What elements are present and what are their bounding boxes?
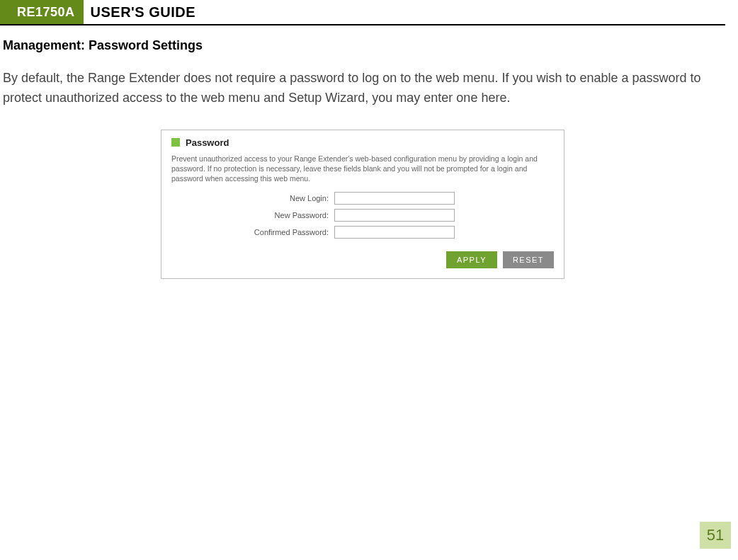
section-body-text: By default, the Range Extender does not … (3, 69, 722, 108)
panel-title: Password (186, 137, 229, 148)
panel-description: Prevent unauthorized access to your Rang… (171, 154, 554, 184)
guide-title: USER'S GUIDE (84, 0, 203, 24)
row-new-password: New Password: (171, 209, 554, 222)
page-number: 51 (700, 522, 731, 549)
button-row: APPLY RESET (171, 251, 554, 268)
label-confirmed-password: Confirmed Password: (171, 228, 334, 236)
panel-container: Password Prevent unauthorized access to … (3, 130, 722, 280)
password-panel: Password Prevent unauthorized access to … (161, 130, 564, 280)
section-heading: Management: Password Settings (3, 38, 722, 53)
row-new-login: New Login: (171, 192, 554, 205)
document-header: RE1750A USER'S GUIDE (0, 0, 725, 25)
row-confirmed-password: Confirmed Password: (171, 226, 554, 239)
page-body: Management: Password Settings By default… (0, 25, 738, 279)
panel-title-row: Password (171, 137, 554, 148)
square-icon (171, 138, 180, 147)
label-new-login: New Login: (171, 194, 334, 202)
apply-button[interactable]: APPLY (446, 251, 497, 268)
guide-title-text: USER'S GUIDE (91, 4, 196, 21)
input-new-password[interactable] (334, 209, 455, 222)
input-new-login[interactable] (334, 192, 455, 205)
header-accent (0, 0, 13, 24)
label-new-password: New Password: (171, 211, 334, 219)
model-text: RE1750A (17, 5, 75, 20)
model-badge: RE1750A (13, 0, 84, 24)
reset-button[interactable]: RESET (503, 251, 554, 268)
input-confirmed-password[interactable] (334, 226, 455, 239)
